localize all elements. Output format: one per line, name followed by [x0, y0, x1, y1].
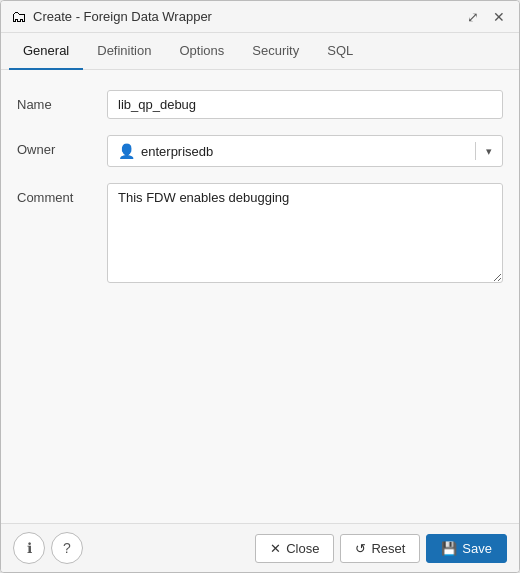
close-title-button[interactable]: ✕ — [489, 8, 509, 26]
reset-label: Reset — [371, 541, 405, 556]
tab-general[interactable]: General — [9, 33, 83, 70]
footer: ℹ ? ✕ Close ↺ Reset 💾 Save — [1, 523, 519, 572]
expand-button[interactable]: ⤢ — [463, 8, 483, 26]
titlebar-left: 🗂 Create - Foreign Data Wrapper — [11, 8, 212, 26]
form-content: Name Owner 👤 enterprisedb ▾ Comment This… — [1, 70, 519, 523]
footer-right: ✕ Close ↺ Reset 💾 Save — [255, 534, 507, 563]
comment-control: This FDW enables debugging — [107, 183, 503, 286]
footer-left: ℹ ? — [13, 532, 83, 564]
name-control — [107, 90, 503, 119]
owner-value: enterprisedb — [141, 144, 465, 159]
titlebar-actions: ⤢ ✕ — [463, 8, 509, 26]
select-divider — [475, 142, 476, 160]
tab-options[interactable]: Options — [165, 33, 238, 70]
help-button[interactable]: ? — [51, 532, 83, 564]
close-label: Close — [286, 541, 319, 556]
tab-sql[interactable]: SQL — [313, 33, 367, 70]
dialog-icon: 🗂 — [11, 8, 27, 26]
comment-label: Comment — [17, 183, 107, 205]
titlebar: 🗂 Create - Foreign Data Wrapper ⤢ ✕ — [1, 1, 519, 33]
tab-definition[interactable]: Definition — [83, 33, 165, 70]
chevron-down-icon[interactable]: ▾ — [486, 145, 492, 158]
save-icon: 💾 — [441, 541, 457, 556]
close-icon: ✕ — [270, 541, 281, 556]
tabs-bar: General Definition Options Security SQL — [1, 33, 519, 70]
name-input[interactable] — [107, 90, 503, 119]
tab-security[interactable]: Security — [238, 33, 313, 70]
owner-row: Owner 👤 enterprisedb ▾ — [17, 135, 503, 167]
comment-row: Comment This FDW enables debugging — [17, 183, 503, 286]
reset-icon: ↺ — [355, 541, 366, 556]
close-button[interactable]: ✕ Close — [255, 534, 334, 563]
owner-label: Owner — [17, 135, 107, 157]
reset-button[interactable]: ↺ Reset — [340, 534, 420, 563]
owner-control: 👤 enterprisedb ▾ — [107, 135, 503, 167]
save-label: Save — [462, 541, 492, 556]
dialog: 🗂 Create - Foreign Data Wrapper ⤢ ✕ Gene… — [0, 0, 520, 573]
name-label: Name — [17, 90, 107, 112]
user-icon: 👤 — [118, 143, 135, 159]
dialog-title: Create - Foreign Data Wrapper — [33, 9, 212, 24]
name-row: Name — [17, 90, 503, 119]
info-button[interactable]: ℹ — [13, 532, 45, 564]
save-button[interactable]: 💾 Save — [426, 534, 507, 563]
owner-select[interactable]: 👤 enterprisedb ▾ — [107, 135, 503, 167]
comment-input[interactable]: This FDW enables debugging — [107, 183, 503, 283]
